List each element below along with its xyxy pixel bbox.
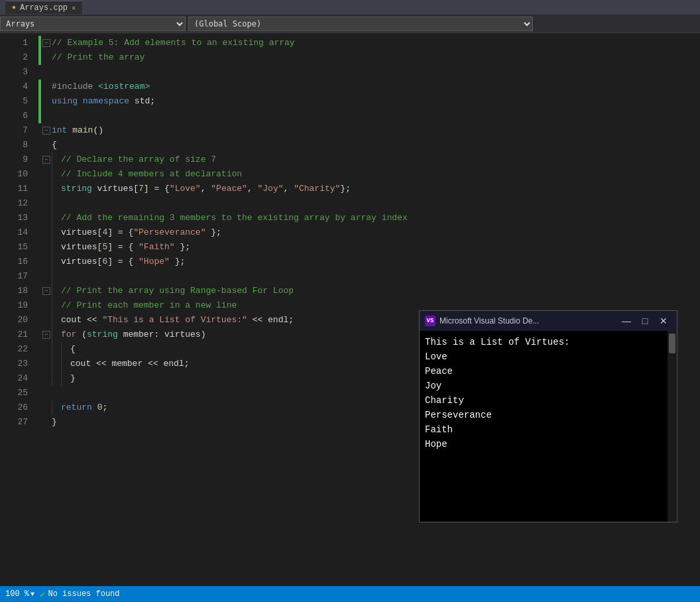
no-indicator [38, 298, 41, 313]
line-number: 8 [0, 138, 33, 152]
code-token: for [61, 328, 76, 342]
indent-marker [61, 342, 70, 357]
vs-icon: VS [425, 316, 436, 326]
code-token: cout << [61, 313, 102, 328]
zoom-label: 100 % [5, 589, 29, 599]
code-token: { [52, 138, 57, 152]
indent-marker [52, 225, 61, 240]
code-line: −int main() [38, 123, 700, 138]
line-number: 2 [0, 50, 33, 65]
zoom-control[interactable]: 100 % ▼ [5, 589, 34, 599]
code-line: −// Example 5: Add elements to an existi… [38, 36, 700, 50]
code-token: 4 [102, 225, 107, 240]
code-token: , [284, 182, 294, 196]
no-indicator [38, 65, 41, 80]
console-scroll-thumb[interactable] [669, 333, 675, 353]
green-indicator [38, 80, 41, 94]
code-token: virtues[ [92, 182, 139, 196]
code-line: // Add the remaining 3 members to the ex… [38, 211, 700, 225]
code-line: virtues[6] = { "Hope" }; [38, 255, 700, 269]
line-number: 14 [0, 225, 33, 240]
indent-marker [52, 211, 61, 225]
code-token: std; [129, 94, 155, 109]
code-token: , [247, 182, 258, 196]
code-line: virtues[5] = { "Faith" }; [38, 240, 700, 255]
code-token: , [201, 182, 211, 196]
indent-marker [52, 371, 61, 386]
code-line: −// Declare the array of size 7 [38, 152, 700, 167]
code-token: // Print the array [52, 50, 145, 65]
console-restore-button[interactable]: □ [637, 315, 653, 327]
no-indicator [38, 313, 41, 328]
no-indicator [38, 255, 41, 269]
indent-marker [52, 342, 61, 357]
code-token: }; [175, 240, 190, 255]
code-token: () [93, 123, 103, 138]
code-token: "Love" [170, 182, 201, 196]
code-token: main [72, 123, 93, 138]
console-line: Perseverance [425, 408, 671, 422]
code-token: #include [52, 80, 93, 94]
code-token: ] = { [107, 240, 139, 255]
code-token: << endl; [247, 313, 294, 328]
indent-marker [52, 255, 61, 269]
indent-marker [52, 196, 61, 211]
code-token: ] = { [107, 255, 139, 269]
indent-marker [52, 298, 61, 313]
collapse-marker[interactable]: − [42, 156, 50, 164]
code-token [67, 123, 72, 138]
code-line: // Print the array [38, 50, 700, 65]
console-line: Love [425, 349, 671, 364]
collapse-marker[interactable]: − [42, 331, 50, 339]
indent-marker [52, 313, 61, 328]
no-indicator [38, 371, 41, 386]
console-minimize-button[interactable]: — [618, 315, 634, 327]
code-token: "Joy" [258, 182, 284, 196]
green-indicator [38, 109, 41, 123]
code-token: string [87, 328, 118, 342]
code-token: "This is a List of Virtues:" [102, 313, 247, 328]
code-token: "Perseverance" [133, 225, 205, 240]
tab-dirty-indicator: ● [12, 4, 16, 11]
code-token: 7 [139, 182, 144, 196]
line-number: 3 [0, 65, 33, 80]
tab-close-button[interactable]: ✕ [72, 4, 76, 12]
console-scrollbar[interactable] [668, 331, 677, 522]
scope-left-select[interactable]: Arrays [0, 17, 186, 31]
no-indicator [38, 415, 41, 430]
console-line: Joy [425, 379, 671, 393]
line-number: 25 [0, 386, 33, 400]
toolbar: Arrays (Global Scope) [0, 15, 700, 33]
check-icon: ✔ [40, 589, 45, 600]
line-number: 23 [0, 357, 33, 371]
collapse-marker[interactable]: − [42, 39, 50, 47]
code-line: using namespace std; [38, 94, 700, 109]
code-token [93, 80, 98, 94]
code-token: // Declare the array of size 7 [61, 152, 216, 167]
zoom-dropdown-icon[interactable]: ▼ [30, 591, 34, 598]
indent-marker [52, 269, 61, 284]
code-token: virtues[ [61, 240, 102, 255]
line-number: 24 [0, 371, 33, 386]
indent-marker [52, 284, 61, 298]
scope-right-select[interactable]: (Global Scope) [188, 17, 533, 31]
code-token: } [70, 371, 76, 386]
code-token: ] = { [144, 182, 170, 196]
code-token: return [61, 400, 92, 415]
no-indicator [38, 284, 41, 298]
issues-status: ✔ No issues found [40, 589, 119, 600]
collapse-marker[interactable]: − [42, 127, 50, 135]
indent-marker [61, 371, 70, 386]
active-tab[interactable]: ● Arrays.cpp ✕ [5, 1, 82, 14]
code-token: <iostream> [98, 80, 150, 94]
line-number: 16 [0, 255, 33, 269]
collapse-marker[interactable]: − [42, 287, 50, 295]
no-indicator [38, 357, 41, 371]
console-titlebar: VS Microsoft Visual Studio De... — □ ✕ [420, 311, 677, 331]
console-controls: — □ ✕ [618, 315, 671, 327]
no-indicator [38, 196, 41, 211]
console-close-button[interactable]: ✕ [656, 315, 671, 327]
code-token: "Faith" [139, 240, 175, 255]
code-token: // Print the array using Range-based For… [61, 284, 294, 298]
no-indicator [38, 138, 41, 152]
